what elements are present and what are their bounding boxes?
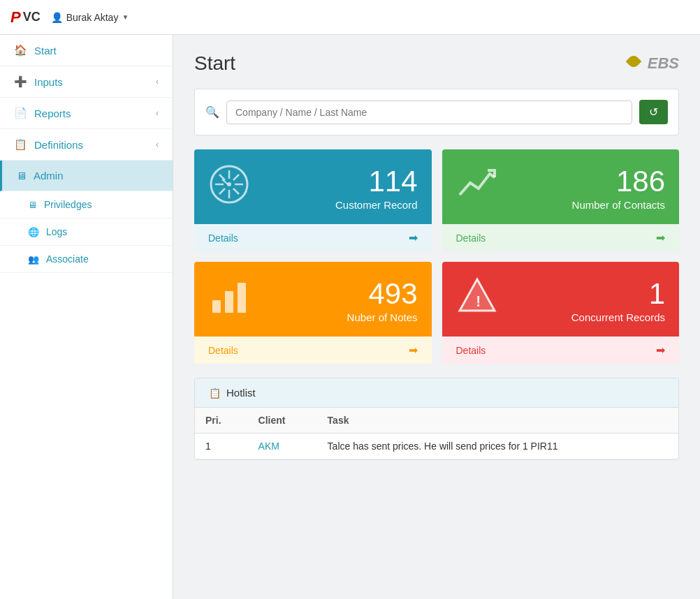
caret-icon: ▼ — [122, 13, 129, 21]
sidebar-item-logs[interactable]: 🌐 Logs — [0, 219, 173, 246]
arrow-icon-notes: ➡ — [409, 343, 418, 357]
definitions-icon: 📋 — [14, 138, 27, 151]
page-title: Start — [194, 52, 235, 75]
concurrent-label: Concurrent Records — [571, 311, 665, 323]
svg-rect-4 — [238, 283, 246, 313]
chevron-icon-definitions: ‹ — [156, 140, 159, 149]
hotlist-section: 📋 Hotlist Pri. Client Task 1 AKM Talce h… — [194, 378, 679, 460]
notes-footer-label: Details — [208, 345, 238, 356]
svg-text:!: ! — [476, 293, 481, 310]
sidebar-item-admin[interactable]: 🖥 Admin — [0, 161, 173, 191]
chevron-icon-reports: ‹ — [156, 108, 159, 118]
hotlist-pri: 1 — [195, 434, 248, 459]
contacts-details[interactable]: Details ➡ — [442, 224, 680, 251]
sidebar-item-associate[interactable]: 👥 Associate — [0, 246, 173, 273]
ebs-text: EBS — [648, 54, 679, 73]
table-row: 1 AKM Talce has sent prices. He will sen… — [195, 434, 678, 459]
concurrent-details[interactable]: Details ➡ — [442, 337, 680, 364]
customer-record-details[interactable]: Details ➡ — [194, 224, 432, 251]
sidebar-label-inputs: Inputs — [34, 76, 63, 88]
contacts-footer-label: Details — [456, 232, 486, 244]
navbar: P VC 👤 Burak Aktay ▼ — [0, 0, 700, 35]
sidebar-label-priviledges: Priviledges — [44, 199, 92, 210]
logo-vc: VC — [23, 10, 41, 24]
customer-record-footer-label: Details — [208, 232, 238, 244]
hotlist-col-client: Client — [248, 408, 317, 434]
search-bar: 🔍 ↺ — [194, 89, 679, 135]
stat-card-contacts: 186 Number of Contacts Details ➡ — [442, 149, 680, 251]
app-logo: P VC — [10, 8, 41, 27]
stats-grid: 114 Customer Record Details ➡ — [194, 149, 679, 364]
hotlist-col-pri: Pri. — [195, 408, 248, 434]
hotlist-client[interactable]: AKM — [248, 434, 317, 459]
priviledges-icon: 🖥 — [28, 200, 37, 210]
notes-number: 493 — [347, 279, 418, 309]
home-icon: 🏠 — [14, 44, 27, 57]
sidebar: 🏠 Start ➕ Inputs ‹ 📄 Reports ‹ 📋 Definit… — [0, 35, 173, 599]
associate-icon: 👥 — [28, 254, 39, 265]
concurrent-number: 1 — [571, 279, 665, 309]
contacts-icon — [456, 163, 498, 214]
notes-icon — [208, 276, 250, 326]
svg-rect-3 — [225, 291, 233, 313]
logo-p: P — [10, 8, 21, 27]
arrow-icon-concurrent: ➡ — [656, 343, 665, 357]
content-area: Start EBS 🔍 ↺ — [173, 35, 700, 599]
customer-record-label: Customer Record — [335, 199, 418, 211]
sidebar-item-start[interactable]: 🏠 Start — [0, 35, 173, 66]
sidebar-label-logs: Logs — [46, 226, 67, 237]
page-header: Start EBS — [194, 52, 679, 75]
svg-rect-2 — [212, 300, 221, 313]
concurrent-footer-label: Details — [456, 345, 486, 356]
hotlist-col-task: Task — [317, 408, 678, 434]
sidebar-item-priviledges[interactable]: 🖥 Priviledges — [0, 191, 173, 219]
sidebar-label-start: Start — [34, 45, 57, 57]
concurrent-icon: ! — [456, 276, 498, 326]
hotlist-icon: 📋 — [209, 387, 221, 399]
hotlist-task: Talce has sent prices. He will send pric… — [317, 434, 678, 459]
sidebar-label-reports: Reports — [34, 108, 71, 119]
stat-card-notes: 493 Nuber of Notes Details ➡ — [194, 262, 432, 364]
hotlist-title: Hotlist — [226, 387, 256, 399]
user-menu[interactable]: 👤 Burak Aktay ▼ — [51, 12, 129, 23]
sidebar-label-definitions: Definitions — [34, 139, 83, 151]
ebs-logo: EBS — [626, 54, 679, 73]
ebs-leaf-icon — [626, 54, 646, 73]
reports-icon: 📄 — [14, 107, 27, 119]
hotlist-table: Pri. Client Task 1 AKM Talce has sent pr… — [195, 408, 678, 459]
admin-icon: 🖥 — [16, 170, 27, 182]
arrow-icon: ➡ — [409, 231, 418, 244]
contacts-label: Number of Contacts — [572, 199, 665, 211]
customer-record-icon — [208, 163, 250, 214]
sidebar-item-reports[interactable]: 📄 Reports ‹ — [0, 98, 173, 129]
search-input[interactable] — [226, 101, 632, 124]
plus-icon: ➕ — [14, 75, 27, 88]
contacts-number: 186 — [572, 167, 665, 196]
sidebar-label-associate: Associate — [46, 253, 89, 265]
search-icon: 🔍 — [205, 105, 219, 119]
stat-card-customer-record: 114 Customer Record Details ➡ — [194, 149, 432, 251]
sidebar-item-definitions[interactable]: 📋 Definitions ‹ — [0, 129, 173, 161]
notes-details[interactable]: Details ➡ — [194, 337, 432, 364]
hotlist-header: 📋 Hotlist — [195, 378, 678, 408]
user-icon: 👤 — [51, 12, 63, 23]
arrow-icon-contacts: ➡ — [656, 231, 665, 244]
search-button[interactable]: ↺ — [639, 100, 668, 124]
main-layout: 🏠 Start ➕ Inputs ‹ 📄 Reports ‹ 📋 Definit… — [0, 35, 700, 599]
logs-icon: 🌐 — [28, 227, 39, 237]
stat-card-concurrent: ! 1 Concurrent Records Details ➡ — [442, 262, 680, 364]
chevron-icon: ‹ — [156, 77, 159, 87]
sidebar-item-inputs[interactable]: ➕ Inputs ‹ — [0, 66, 173, 98]
customer-record-number: 114 — [335, 167, 418, 196]
sidebar-label-admin: Admin — [34, 170, 64, 182]
username-label: Burak Aktay — [66, 12, 119, 23]
notes-label: Nuber of Notes — [347, 311, 418, 323]
